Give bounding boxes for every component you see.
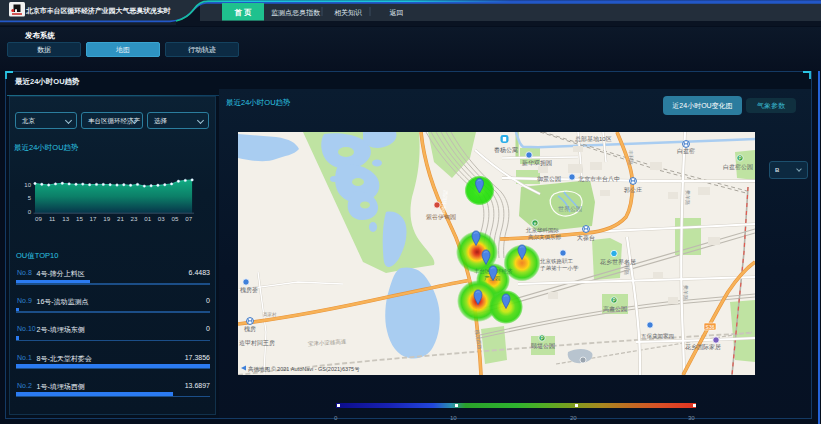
svg-text:S36: S36: [706, 324, 715, 330]
svg-text:高尔夫俱乐部: 高尔夫俱乐部: [528, 234, 562, 241]
svg-text:09: 09: [35, 215, 42, 222]
svg-text:造甲村回王房: 造甲村回王房: [239, 339, 275, 347]
svg-text:五保康闻家园: 五保康闻家园: [641, 333, 674, 340]
svg-text:颐堤公园: 颐堤公园: [531, 342, 555, 350]
svg-text:槐房: 槐房: [244, 325, 256, 333]
svg-text:19: 19: [103, 215, 110, 222]
svg-text:首 页: 首 页: [233, 8, 252, 17]
svg-text:新华双拥园: 新华双拥园: [522, 159, 552, 167]
svg-text:P: P: [612, 298, 615, 303]
svg-text:返回: 返回: [390, 9, 404, 17]
svg-text:北京铁路职工: 北京铁路职工: [539, 258, 574, 265]
svg-text:10: 10: [24, 182, 31, 188]
svg-text:监测点恶臭指数: 监测点恶臭指数: [271, 9, 321, 17]
svg-text:13: 13: [62, 215, 69, 222]
svg-text:5: 5: [28, 195, 32, 201]
svg-text:11: 11: [49, 215, 56, 222]
svg-text:21: 21: [117, 215, 124, 222]
svg-text:御景公园: 御景公园: [537, 176, 561, 183]
svg-text:大葆台: 大葆台: [577, 234, 595, 242]
svg-text:丰和路: 丰和路: [628, 150, 634, 165]
svg-text:丰科路: 丰科路: [624, 260, 630, 275]
svg-text:P: P: [540, 336, 543, 341]
svg-text:白盆窑公园: 白盆窑公园: [723, 163, 753, 171]
svg-text:槐房荟: 槐房荟: [240, 286, 258, 294]
svg-text:高德地图 © 2021 AutoNavi - GS(2021: 高德地图 © 2021 AutoNavi - GS(2021)6375号: [248, 366, 360, 373]
svg-text:花乡国际家居: 花乡国际家居: [685, 343, 721, 351]
svg-text:春杨公寓: 春杨公寓: [494, 146, 518, 154]
svg-text:子弟第十一小学: 子弟第十一小学: [540, 265, 579, 271]
svg-text:P: P: [738, 156, 741, 161]
svg-text:樊羊路: 樊羊路: [685, 190, 691, 205]
svg-text:高鑫公园: 高鑫公园: [603, 305, 627, 313]
svg-text:总部基地10区: 总部基地10区: [574, 135, 612, 143]
svg-text:北京市丰台区循环经济产业园大气恶臭状况实时: 北京市丰台区循环经济产业园大气恶臭状况实时: [25, 6, 171, 15]
svg-text:17: 17: [90, 215, 97, 222]
svg-text:03: 03: [158, 215, 165, 222]
svg-text:北京市丰台八中: 北京市丰台八中: [578, 175, 620, 183]
svg-text:相关知识: 相关知识: [334, 8, 362, 17]
svg-text:0: 0: [28, 209, 32, 215]
svg-text:樊羊路: 樊羊路: [683, 285, 689, 300]
svg-text:15: 15: [76, 215, 83, 222]
svg-text:世界公园: 世界公园: [558, 206, 582, 213]
svg-text:白盆窑: 白盆窑: [677, 147, 695, 155]
svg-text:01: 01: [144, 215, 151, 222]
svg-text:郭公庄: 郭公庄: [623, 186, 642, 194]
svg-text:05: 05: [172, 215, 179, 222]
svg-text:23: 23: [131, 215, 138, 222]
svg-text:北京华科国际: 北京华科国际: [525, 227, 560, 234]
svg-text:07: 07: [185, 215, 192, 222]
